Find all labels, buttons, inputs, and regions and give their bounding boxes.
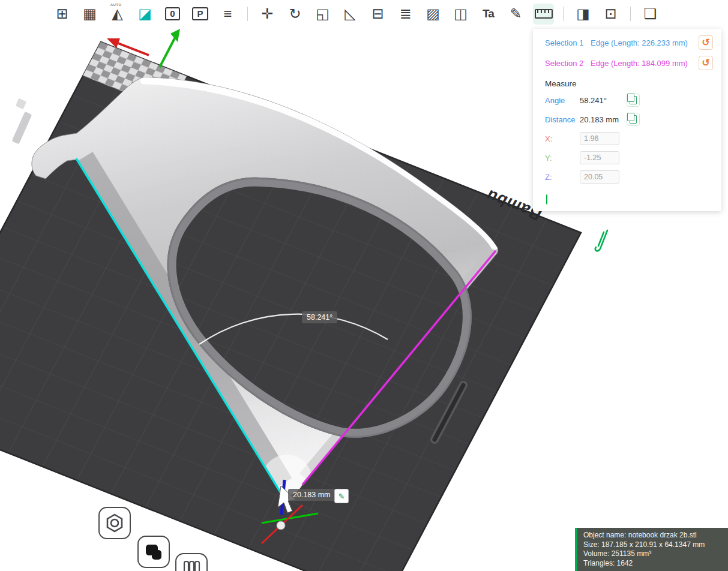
p-icon: P [192,7,208,21]
add-object-icon: ⊞ [56,7,68,21]
split-icon: ⊟ [372,7,384,21]
copy-icon [630,96,637,104]
bambu-studio-window: Bambu [0,0,728,571]
angle-value: 58.241° [580,96,627,105]
copy-angle-button[interactable] [627,94,640,107]
rotate-icon: ↻ [289,7,301,21]
z-row: Z: [533,167,721,187]
transform-icon: ⊡ [604,7,616,21]
z-value-field[interactable] [580,170,619,184]
toolbar-separator [630,7,631,21]
copy-icon [630,115,637,124]
selection2-value: Edge (Length: 184.099 mm) [591,59,699,68]
measure-tool-button[interactable] [533,4,554,25]
transform-frame-button[interactable]: ⊡ [600,4,621,25]
reset-icon: ↺ [702,38,709,47]
move-icon: ✛ [261,7,273,21]
toolbar-separator [563,7,564,21]
rotate-tool-button[interactable]: ↻ [284,4,305,25]
distance-value: 20.183 mm [580,115,627,124]
object-size: Size: 187.185 x 210.91 x 64.1347 mm [583,540,722,550]
top-toolbar: ⊞ ▦ AUTO◭ ◪ 0 P ≡ ✛ ↻ ◱ ◺ ⊟ ≣ ▨ ◫ Ta ✎ ◨… [52,1,661,26]
lay-flat-icon: ◪ [138,7,152,21]
selection1-row: Selection 1 Edge (Length: 226.233 mm) ↺ [533,32,721,53]
variable-layer-icon: ≣ [399,7,411,21]
zero-icon: 0 [165,7,179,21]
text-tool-button[interactable]: Ta [478,4,499,25]
measure-hint-icon [595,230,607,251]
auto-orient-icon: ◭ [112,7,122,21]
place-on-face-icon: ◺ [344,7,355,21]
keyboard-icon [546,194,547,205]
x-value-field[interactable] [580,132,619,145]
z-axis-label: Z: [545,173,580,182]
y-value-field[interactable] [580,151,619,164]
color-paint-button[interactable]: ✎ [505,4,526,25]
bars-icon [181,559,202,571]
align-button[interactable]: ≡ [217,4,238,25]
selection2-reset-button[interactable]: ↺ [699,56,713,70]
scale-icon: ◱ [316,7,329,21]
zero-tool-button[interactable]: 0 [162,4,183,25]
distance-row: Distance 20.183 mm [533,110,721,129]
auto-orient-button[interactable]: AUTO◭ [107,4,128,25]
distance-measurement-badge: 20.183 mm [288,489,335,501]
split-button[interactable]: ⊟ [367,4,388,25]
plate-type-button[interactable] [137,536,170,568]
color-paint-icon: ✎ [510,7,522,21]
x-axis-label: X: [545,134,580,143]
auto-orient-label: AUTO [110,3,122,7]
edit-icon: ✎ [338,492,345,501]
selection1-reset-button[interactable]: ↺ [699,35,713,50]
seam-icon: ◨ [576,7,590,21]
mesh-boolean-icon: ◫ [454,7,468,21]
y-axis-label: Y: [545,154,580,163]
y-row: Y: [533,148,721,167]
add-object-button[interactable]: ⊞ [52,4,73,25]
selection1-label: Selection 1 [545,38,591,47]
distance-label: Distance [545,115,580,124]
angle-measurement-badge: 58.241° [302,311,337,323]
x-row: X: [533,129,721,148]
plate-list-button[interactable] [175,553,208,571]
assembly-view-button[interactable]: ❏ [640,4,661,25]
angle-label: Angle [545,96,580,105]
edit-distance-button[interactable]: ✎ [334,489,349,503]
selection1-value: Edge (Length: 226.233 mm) [591,38,699,47]
p-tool-button[interactable]: P [190,4,211,25]
reset-icon: ↺ [702,58,709,68]
object-volume: Volume: 251135 mm³ [583,549,722,559]
seam-paint-button[interactable]: ◨ [573,4,594,25]
copy-distance-button[interactable] [627,113,640,126]
arrange-button[interactable]: ▦ [79,4,100,25]
object-name: Object name: notebook drzak 2b.stl [583,531,722,540]
move-tool-button[interactable]: ✛ [257,4,278,25]
plate-stack-icon [143,542,164,562]
mesh-boolean-button[interactable]: ◫ [450,4,471,25]
scale-tool-button[interactable]: ◱ [312,4,333,25]
toolbar-separator [247,7,248,21]
assembly-icon: ❏ [644,7,657,21]
angle-row: Angle 58.241° [533,91,721,110]
plate-settings-button[interactable] [98,507,131,539]
measure-icon [535,9,553,19]
variable-layer-button[interactable]: ≣ [395,4,416,25]
keyboard-hint-button[interactable] [546,195,547,204]
support-paint-icon: ▨ [426,7,440,21]
plate-qr-chip [16,98,26,109]
keyboard-shortcut-row [533,187,721,204]
selection2-row: Selection 2 Edge (Length: 184.099 mm) ↺ [533,53,721,73]
measure-title: Measure [533,73,721,91]
object-info-panel: Object name: notebook drzak 2b.stl Size:… [575,528,728,571]
text-tool-icon: Ta [483,7,494,20]
place-on-face-button[interactable]: ◺ [340,4,361,25]
align-icon: ≡ [223,7,232,21]
object-triangles: Triangles: 1642 [583,559,722,569]
nut-icon [104,513,125,533]
selection2-label: Selection 2 [545,59,591,68]
support-paint-button[interactable]: ▨ [423,4,444,25]
lay-flat-button[interactable]: ◪ [134,4,155,25]
measure-panel: Selection 1 Edge (Length: 226.233 mm) ↺ … [533,29,721,211]
arrange-icon: ▦ [83,7,97,21]
plate-label-chip [12,112,32,145]
